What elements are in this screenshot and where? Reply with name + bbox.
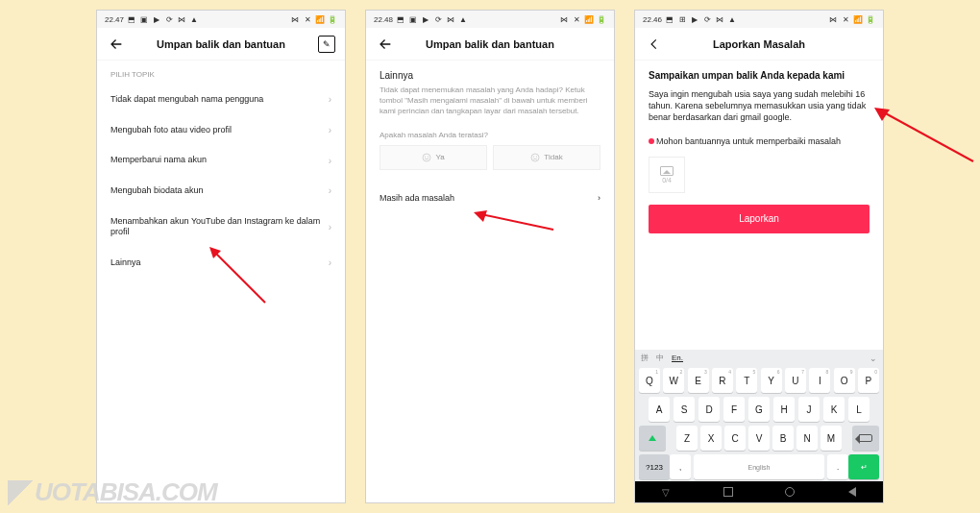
back-nav-button[interactable] — [845, 485, 859, 499]
key-i[interactable]: I8 — [809, 368, 830, 393]
topic-row[interactable]: Tidak dapat mengubah nama pengguna› — [97, 85, 345, 115]
question-label: Apakah masalah Anda teratasi? — [380, 131, 600, 139]
status-icon: ⊞ — [677, 14, 687, 24]
key-r[interactable]: R4 — [712, 368, 733, 393]
comma-key[interactable]: , — [670, 454, 691, 479]
still-problem-row[interactable]: Masih ada masalah › — [380, 183, 600, 212]
back-button[interactable] — [645, 35, 664, 54]
topic-row[interactable]: Mengubah foto atau video profil› — [97, 115, 345, 146]
status-icon: ✕ — [841, 14, 850, 24]
android-nav-bar: ▽ — [635, 481, 883, 502]
home-button[interactable] — [783, 485, 796, 499]
key-x[interactable]: X — [700, 426, 722, 451]
key-f[interactable]: F — [723, 397, 745, 422]
feedback-para2: Mohon bantuannya untuk memperbaiki masal… — [656, 136, 841, 146]
app-header: Umpan balik dan bantuan — [366, 28, 614, 61]
key-s[interactable]: S — [674, 397, 695, 422]
feedback-para1: Saya ingin mengubah usia saya yang sudah… — [649, 89, 866, 122]
status-icon: ⟳ — [433, 14, 443, 24]
svg-point-6 — [533, 156, 534, 157]
status-icon: ▲ — [458, 14, 468, 24]
still-problem-label: Masih ada masalah — [380, 193, 454, 203]
report-label: Laporkan — [739, 213, 779, 224]
key-c[interactable]: C — [724, 426, 746, 451]
status-time: 22.46 — [643, 15, 662, 24]
status-icon: ⬒ — [127, 14, 136, 24]
back-button[interactable] — [107, 35, 126, 54]
topic-row[interactable]: Mengubah biodata akun› — [97, 176, 345, 207]
key-p[interactable]: P0 — [858, 368, 879, 393]
key-l[interactable]: L — [848, 397, 870, 422]
recent-apps-button[interactable] — [722, 485, 735, 499]
row-label: Mengubah foto atau video profil — [110, 125, 232, 136]
report-button[interactable]: Laporkan — [649, 205, 870, 233]
smile-icon — [422, 153, 431, 162]
status-icon: ▲ — [189, 14, 199, 24]
status-icon: ⟳ — [164, 14, 174, 24]
key-e[interactable]: E3 — [688, 368, 709, 393]
key-u[interactable]: U7 — [785, 368, 806, 393]
page-title: Laporkan Masalah — [635, 38, 883, 50]
symbols-key[interactable]: ?123 — [639, 454, 670, 479]
key-o[interactable]: O9 — [834, 368, 855, 393]
status-icon: ⋈ — [715, 14, 724, 24]
watermark-logo-icon — [8, 480, 33, 505]
status-icon: ▶ — [152, 14, 161, 24]
key-m[interactable]: M — [821, 426, 842, 451]
app-header: Laporkan Masalah — [635, 28, 883, 61]
hide-keyboard-button[interactable]: ▽ — [659, 485, 673, 499]
chevron-right-icon: › — [329, 185, 331, 196]
key-w[interactable]: W2 — [663, 368, 684, 393]
row-label: Mengubah biodata akun — [110, 185, 204, 197]
period-key[interactable]: . — [827, 454, 848, 479]
key-j[interactable]: J — [798, 397, 820, 422]
key-b[interactable]: B — [772, 426, 794, 451]
frown-icon — [530, 153, 540, 162]
shift-key[interactable] — [639, 426, 666, 451]
key-g[interactable]: G — [748, 397, 770, 422]
chevron-down-icon[interactable]: ⌄ — [870, 354, 877, 363]
topic-row-lainnya[interactable]: Lainnya› — [97, 248, 345, 279]
backspace-key[interactable] — [852, 426, 879, 451]
form-heading: Sampaikan umpan balik Anda kepada kami — [649, 70, 870, 81]
kb-lang-option[interactable]: 拼 — [641, 353, 649, 363]
feedback-text[interactable]: Saya ingin mengubah usia saya yang sudah… — [649, 88, 870, 147]
image-icon — [660, 166, 674, 176]
yes-button[interactable]: Ya — [380, 145, 487, 170]
key-k[interactable]: K — [823, 397, 845, 422]
key-t[interactable]: T5 — [736, 368, 757, 393]
key-z[interactable]: Z — [676, 426, 698, 451]
svg-point-3 — [425, 156, 426, 157]
chevron-right-icon: › — [329, 222, 331, 232]
signal-icon: 📶 — [315, 14, 325, 24]
status-time: 22.47 — [105, 15, 124, 24]
key-q[interactable]: Q1 — [639, 368, 660, 393]
watermark: UOTABISA.COM — [8, 477, 217, 507]
phone-screen-3: 22.46 ⬒ ⊞ ▶ ⟳ ⋈ ▲ ⋈ ✕ 📶 🔋 Laporkan Masal… — [634, 10, 884, 503]
upload-image-button[interactable]: 0/4 — [649, 157, 685, 193]
no-button[interactable]: Tidak — [493, 145, 600, 170]
edit-icon[interactable]: ✎ — [318, 36, 335, 53]
key-h[interactable]: H — [773, 397, 795, 422]
key-d[interactable]: D — [698, 397, 720, 422]
status-icon: ▣ — [408, 14, 418, 24]
key-v[interactable]: V — [748, 426, 770, 451]
kb-lang-option[interactable]: 中 — [656, 353, 664, 363]
key-a[interactable]: A — [649, 397, 670, 422]
enter-key[interactable]: ↵ — [848, 454, 879, 479]
status-icon: ⋈ — [446, 14, 455, 24]
back-button[interactable] — [376, 35, 395, 54]
svg-point-7 — [536, 156, 537, 157]
topic-row[interactable]: Menambahkan akun YouTube dan Instagram k… — [97, 207, 345, 248]
shift-icon — [649, 435, 656, 441]
signal-icon: 📶 — [584, 14, 594, 24]
kb-lang-selected[interactable]: En. — [672, 354, 683, 362]
row-label: Tidak dapat mengubah nama pengguna — [110, 94, 263, 106]
upload-count: 0/4 — [662, 177, 672, 183]
status-icon: ▲ — [727, 14, 737, 24]
topic-row[interactable]: Memperbarui nama akun› — [97, 145, 345, 176]
status-bar: 22.46 ⬒ ⊞ ▶ ⟳ ⋈ ▲ ⋈ ✕ 📶 🔋 — [635, 11, 883, 28]
key-n[interactable]: N — [796, 426, 818, 451]
key-y[interactable]: Y6 — [761, 368, 782, 393]
space-key[interactable]: English — [694, 454, 824, 479]
